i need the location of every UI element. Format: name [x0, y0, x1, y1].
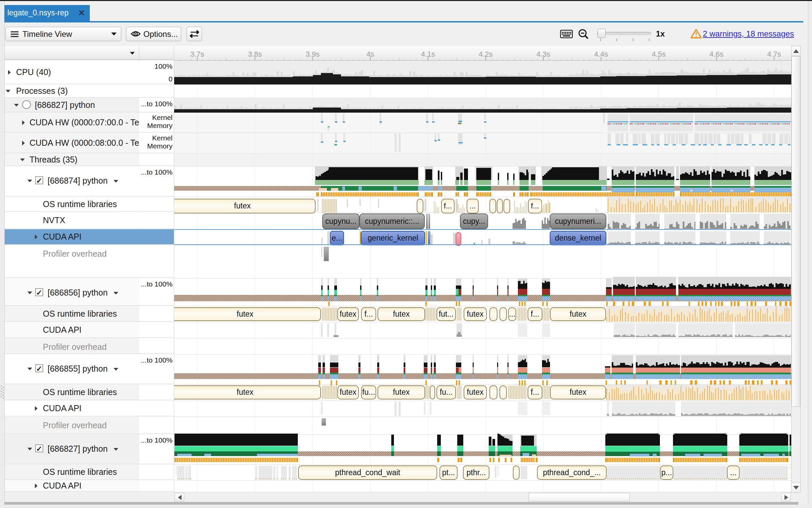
svg-text:cupynumeric::...: cupynumeric::...: [365, 217, 419, 225]
svg-text:futex: futex: [237, 310, 254, 318]
svg-text:cupynumeri...: cupynumeri...: [555, 217, 601, 225]
svg-text:e...: e...: [332, 234, 342, 242]
svg-text:futex: futex: [393, 388, 410, 396]
svg-text:fut...: fut...: [439, 310, 454, 318]
svg-text:futex: futex: [467, 310, 484, 318]
svg-text:f...: f...: [364, 310, 373, 318]
svg-text:fu...: fu...: [440, 388, 453, 396]
svg-text:futex: futex: [467, 388, 484, 396]
svg-text:futex: futex: [570, 310, 587, 318]
svg-text:f...: f...: [531, 310, 539, 318]
svg-text:pthread_cond_wait: pthread_cond_wait: [335, 468, 400, 477]
svg-text:...: ...: [730, 468, 736, 477]
svg-text:dense_kernel: dense_kernel: [555, 234, 601, 242]
svg-text:...: ...: [509, 310, 515, 318]
svg-text:futex: futex: [393, 310, 410, 318]
svg-text:p...: p...: [661, 468, 672, 477]
svg-text:generic_kernel: generic_kernel: [368, 234, 418, 242]
svg-text:pthread_cond_...: pthread_cond_...: [543, 468, 601, 477]
svg-text:futex: futex: [340, 310, 356, 318]
svg-text:futex: futex: [570, 388, 587, 396]
svg-text:...: ...: [470, 202, 476, 210]
svg-text:cupynu...: cupynu...: [325, 217, 356, 225]
svg-text:futex: futex: [237, 388, 254, 396]
svg-text:pt...: pt...: [442, 468, 455, 477]
svg-text:cupy...: cupy...: [463, 217, 485, 225]
svg-text:f...: f...: [444, 202, 452, 210]
svg-text:f...: f...: [531, 202, 539, 210]
svg-text:futex: futex: [340, 388, 356, 396]
svg-text:f...: f...: [531, 388, 539, 396]
svg-text:futex: futex: [234, 201, 251, 210]
svg-text:fu...: fu...: [362, 388, 375, 396]
svg-text:pthr...: pthr...: [467, 468, 486, 477]
